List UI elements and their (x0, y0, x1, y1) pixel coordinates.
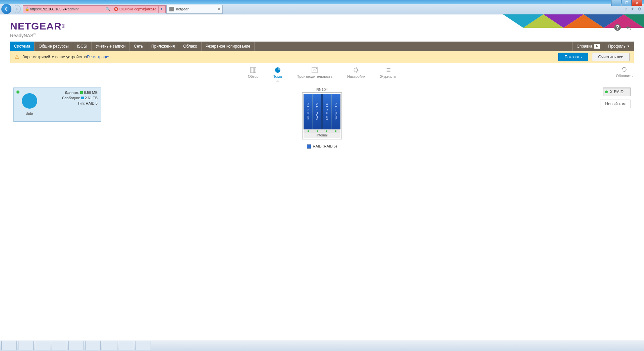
tools-icon[interactable]: ⚙ (638, 7, 641, 11)
nav-backup[interactable]: Резервное копирование (202, 42, 255, 51)
nav-shares[interactable]: Общие ресурсы (35, 42, 73, 51)
refresh-icon (621, 66, 628, 73)
enclosure-leds (304, 129, 340, 133)
window-titlebar: — ❐ ✕ (0, 0, 644, 4)
subtab-volumes[interactable]: Тома (273, 63, 282, 82)
subtab-logs[interactable]: Журналы (380, 63, 396, 82)
certificate-error-text: Ошибка сертификата (119, 7, 156, 11)
url-path: /admin/ (67, 7, 79, 11)
lock-icon: 🔒 (24, 7, 30, 11)
windows-taskbar[interactable] (0, 340, 644, 351)
nav-system[interactable]: Система (10, 42, 35, 51)
svg-line-19 (358, 71, 359, 72)
window-minimize-button[interactable]: — (611, 0, 621, 6)
toggle-indicator-icon (605, 91, 608, 93)
favorites-icon[interactable]: ★ (631, 7, 634, 11)
content-area: data Данные: 8.59 МБ Свободно: 2.61 ТБ Т… (10, 87, 634, 222)
taskbar-item[interactable] (102, 341, 117, 350)
new-volume-button[interactable]: Новый том (600, 100, 631, 108)
svg-point-13 (355, 69, 358, 71)
taskbar-item[interactable] (52, 341, 67, 350)
logout-icon[interactable] (625, 24, 633, 31)
raid-legend: RAID (RAID 5) (302, 144, 342, 149)
nav-help[interactable]: Справка (572, 42, 604, 51)
page-header: NETGEAR® ReadyNAS® ? (0, 14, 644, 42)
alert-text: Зарегистрируйте ваше устройство (22, 55, 87, 59)
type-value: RAID 5 (86, 101, 98, 105)
free-color-swatch (81, 97, 84, 99)
taskbar-item[interactable] (68, 341, 84, 350)
browser-tab[interactable]: netgear ✕ (166, 5, 223, 14)
drive-bay-1[interactable]: SATA 1 ТБ (304, 94, 312, 129)
xraid-toggle[interactable]: X-RAID (603, 87, 631, 96)
alert-register-link[interactable]: Регистрация (87, 55, 110, 59)
type-label: Тип: (77, 101, 85, 105)
search-icon[interactable]: 🔍 (104, 6, 112, 13)
drive-bay-2[interactable]: SATA 1 ТБ (313, 94, 322, 129)
nav-back-button[interactable] (1, 4, 11, 14)
sub-toolbar: Обзор Тома Производительность Настройки … (10, 63, 634, 82)
nav-apps[interactable]: Приложения (147, 42, 179, 51)
nav-network[interactable]: Сеть (130, 42, 147, 51)
svg-line-21 (358, 68, 359, 68)
taskbar-item[interactable] (119, 341, 134, 350)
volumes-icon (274, 66, 281, 74)
alert-show-button[interactable]: Показать (558, 53, 588, 61)
taskbar-item[interactable] (35, 341, 50, 350)
main-nav: Система Общие ресурсы iSCSI Учетные запи… (10, 42, 634, 51)
window-maximize-button[interactable]: ❐ (622, 0, 632, 6)
help-icon[interactable]: ? (614, 24, 621, 31)
url-protocol: https:// (30, 7, 41, 11)
brand-reg-mark: ® (62, 23, 65, 29)
enclosure-caption: Internal (304, 133, 340, 138)
url-host: 192.168.185.24 (41, 7, 66, 11)
brand-logo: NETGEAR (10, 20, 62, 32)
play-icon (594, 44, 600, 49)
svg-line-20 (354, 71, 355, 72)
chevron-down-icon: ▼ (627, 45, 630, 48)
nav-cloud[interactable]: Облако (179, 42, 201, 51)
enclosure-model: RN104 (302, 87, 342, 92)
home-icon[interactable]: ⌂ (625, 7, 627, 11)
subtab-performance[interactable]: Производительность (297, 63, 332, 82)
tab-title: netgear (176, 7, 189, 11)
free-label: Свободно: (62, 96, 80, 100)
volume-name: data (26, 111, 33, 115)
refresh-button[interactable]: Обновить (616, 66, 633, 78)
alert-bar: ⚠ Зарегистрируйте ваше устройство Регист… (10, 51, 634, 63)
taskbar-item[interactable] (18, 341, 34, 350)
nav-accounts[interactable]: Учетные записи (92, 42, 130, 51)
taskbar-item[interactable] (85, 341, 101, 350)
address-bar[interactable]: 🔒 https://192.168.185.24/admin/ 🔍 ✕Ошибк… (23, 5, 166, 13)
data-label: Данные: (65, 91, 79, 95)
svg-line-18 (354, 68, 355, 68)
performance-icon (311, 66, 318, 74)
gear-icon (353, 66, 360, 74)
data-color-swatch (80, 91, 83, 94)
free-value: 2.61 ТБ (85, 96, 98, 100)
certificate-error[interactable]: ✕Ошибка сертификата (112, 6, 158, 13)
enclosure-diagram: RN104 SATA 1 ТБ SATA 1 ТБ SATA 1 ТБ SATA… (302, 87, 342, 149)
tab-favicon (169, 7, 174, 11)
drive-bay-4[interactable]: SATA 1 ТБ (332, 94, 340, 129)
volume-pie-chart (22, 93, 37, 109)
status-dot-icon (16, 91, 19, 94)
nav-profile[interactable]: Профиль▼ (604, 42, 634, 51)
subtab-settings[interactable]: Настройки (347, 63, 365, 82)
volume-card[interactable]: data Данные: 8.59 МБ Свободно: 2.61 ТБ Т… (13, 87, 101, 122)
nav-forward-button[interactable] (13, 5, 21, 13)
alert-clear-button[interactable]: Очистить все (592, 53, 630, 61)
browser-toolbar: 🔒 https://192.168.185.24/admin/ 🔍 ✕Ошибк… (0, 4, 644, 14)
drive-bay-3[interactable]: SATA 1 ТБ (322, 94, 331, 129)
warning-icon: ⚠ (14, 54, 19, 60)
overview-icon (250, 66, 257, 74)
address-refresh-icon[interactable]: ↻ (158, 6, 165, 13)
window-close-button[interactable]: ✕ (632, 0, 642, 6)
nav-iscsi[interactable]: iSCSI (73, 42, 92, 51)
tab-close-icon[interactable]: ✕ (217, 7, 220, 11)
taskbar-item[interactable] (1, 341, 17, 350)
taskbar-item[interactable] (136, 341, 151, 350)
list-icon (384, 66, 392, 74)
subtab-overview[interactable]: Обзор (248, 63, 259, 82)
data-value: 8.59 МБ (84, 91, 98, 95)
